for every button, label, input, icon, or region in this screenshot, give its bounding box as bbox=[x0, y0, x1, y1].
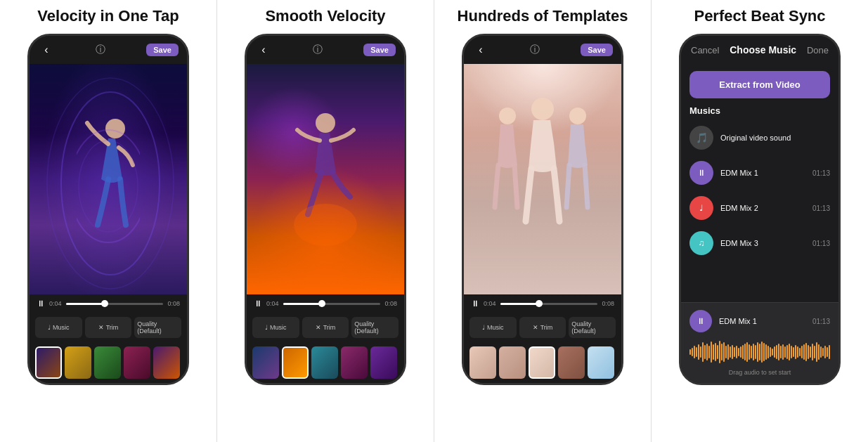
thumb-3-4[interactable] bbox=[558, 346, 585, 379]
music-tool-1[interactable]: ♩ Music bbox=[35, 317, 82, 338]
choose-music-title: Choose Music bbox=[730, 44, 796, 56]
section-smooth-velocity: Smooth Velocity ‹ ⓘ Save bbox=[217, 0, 434, 442]
back-button-2[interactable]: ‹ bbox=[255, 41, 272, 58]
thumb-3-1[interactable] bbox=[469, 346, 496, 379]
music-name-edm3: EDM Mix 3 bbox=[720, 239, 805, 247]
trim-tool-1[interactable]: ✕ Trim bbox=[85, 317, 132, 338]
music-item-edm1[interactable]: ⏸ EDM Mix 1 01:13 bbox=[681, 155, 838, 190]
section-title-2: Smooth Velocity bbox=[265, 4, 385, 28]
trim-tool-2[interactable]: ✕ Trim bbox=[302, 317, 349, 338]
thumb-3-5[interactable] bbox=[588, 346, 614, 379]
drag-label: Drag audio to set start bbox=[689, 369, 830, 376]
phone-header-1: ‹ ⓘ Save bbox=[30, 36, 187, 64]
waveform-bar bbox=[692, 348, 693, 356]
section-perfect-beat-sync: Perfect Beat Sync Cancel Choose Music Do… bbox=[652, 0, 868, 442]
save-button-3[interactable]: Save bbox=[581, 44, 613, 56]
music-header: Cancel Choose Music Done bbox=[681, 36, 838, 64]
bottom-tools-3: ♩ Music ✕ Trim Quality (Default) bbox=[464, 313, 621, 342]
footer-avatar: ⏸ bbox=[689, 310, 712, 332]
dancer-svg-1 bbox=[77, 102, 140, 256]
music-name-original: Original video sound bbox=[720, 134, 830, 142]
phone-frame-1: ‹ ⓘ Save bbox=[27, 34, 189, 385]
waveform-bar bbox=[755, 345, 756, 359]
info-button-1[interactable]: ⓘ bbox=[92, 41, 109, 58]
music-item-original[interactable]: 🎵 Original video sound bbox=[681, 120, 838, 155]
done-button[interactable]: Done bbox=[807, 45, 829, 56]
section-title-1: Velocity in One Tap bbox=[37, 4, 179, 28]
thumbnail-strip-2 bbox=[247, 342, 404, 383]
music-item-edm2[interactable]: ♩ EDM Mix 2 01:13 bbox=[681, 190, 838, 226]
back-button-1[interactable]: ‹ bbox=[38, 41, 55, 58]
thumb-1-1[interactable] bbox=[35, 346, 62, 379]
thumb-2-3[interactable] bbox=[311, 346, 338, 379]
waveform-bar bbox=[770, 347, 771, 357]
fashion-svg-3 bbox=[486, 81, 599, 278]
waveform-bar bbox=[713, 344, 714, 360]
progress-thumb-1 bbox=[101, 300, 108, 307]
play-pause-3[interactable]: ⏸ bbox=[471, 299, 479, 308]
quality-label-2: Quality (Default) bbox=[354, 320, 396, 334]
thumb-3-2[interactable] bbox=[499, 346, 526, 379]
time-start-1: 0:04 bbox=[49, 300, 62, 307]
footer-avatar-icon: ⏸ bbox=[697, 316, 705, 326]
quality-label-3: Quality (Default) bbox=[571, 320, 613, 334]
timeline-bar-3: ⏸ 0:04 0:08 bbox=[464, 294, 621, 313]
thumb-2-4[interactable] bbox=[341, 346, 368, 379]
thumb-2-2[interactable] bbox=[282, 346, 309, 379]
music-name-edm2: EDM Mix 2 bbox=[720, 204, 805, 212]
thumb-2-1[interactable] bbox=[252, 346, 279, 379]
thumb-1-4[interactable] bbox=[124, 346, 150, 379]
quality-tool-1[interactable]: Quality (Default) bbox=[134, 317, 181, 338]
progress-track-2[interactable] bbox=[283, 303, 381, 305]
play-pause-2[interactable]: ⏸ bbox=[254, 299, 262, 308]
back-button-3[interactable]: ‹ bbox=[472, 41, 489, 58]
waveform-bar bbox=[814, 346, 815, 358]
quality-tool-3[interactable]: Quality (Default) bbox=[569, 317, 616, 338]
waveform-bar bbox=[793, 347, 794, 357]
waveform-bar bbox=[738, 348, 739, 356]
waveform-bar bbox=[795, 345, 796, 359]
trim-icon-1: ✕ bbox=[98, 324, 104, 331]
thumb-1-5[interactable] bbox=[153, 346, 180, 379]
extract-from-video-button[interactable]: Extract from Video bbox=[689, 71, 830, 98]
info-button-3[interactable]: ⓘ bbox=[526, 41, 543, 58]
video-area-1 bbox=[30, 64, 187, 294]
footer-track-name: EDM Mix 1 bbox=[719, 317, 805, 325]
progress-thumb-2 bbox=[318, 300, 325, 307]
trim-label-2: Trim bbox=[323, 324, 336, 331]
cancel-button[interactable]: Cancel bbox=[691, 45, 719, 56]
waveform-bar bbox=[827, 347, 828, 357]
waveform-bar bbox=[801, 346, 803, 358]
waveform-bar bbox=[753, 344, 754, 360]
music-tool-3[interactable]: ♩ Music bbox=[469, 317, 517, 338]
waveform-bar bbox=[789, 344, 790, 360]
waveform-bar bbox=[715, 343, 716, 361]
thumb-1-3[interactable] bbox=[94, 346, 121, 379]
thumb-3-3[interactable] bbox=[529, 346, 555, 379]
music-item-edm3[interactable]: ♫ EDM Mix 3 01:13 bbox=[681, 226, 838, 261]
waveform-bar bbox=[797, 346, 798, 358]
save-button-2[interactable]: Save bbox=[363, 44, 396, 56]
progress-track-3[interactable] bbox=[500, 303, 598, 305]
waveform[interactable] bbox=[689, 338, 830, 366]
waveform-bar bbox=[776, 345, 777, 359]
trim-tool-3[interactable]: ✕ Trim bbox=[519, 317, 566, 338]
svg-point-1 bbox=[77, 130, 140, 242]
save-button-1[interactable]: Save bbox=[146, 44, 179, 56]
quality-tool-2[interactable]: Quality (Default) bbox=[351, 317, 399, 338]
svg-point-4 bbox=[294, 204, 357, 246]
play-pause-1[interactable]: ⏸ bbox=[37, 299, 45, 308]
musics-label: Musics bbox=[681, 105, 838, 120]
svg-point-5 bbox=[499, 108, 516, 124]
quality-label-1: Quality (Default) bbox=[137, 320, 179, 334]
progress-track-1[interactable] bbox=[66, 303, 164, 305]
music-tool-2[interactable]: ♩ Music bbox=[252, 317, 299, 338]
thumb-2-5[interactable] bbox=[370, 346, 397, 379]
time-end-1: 0:08 bbox=[167, 300, 180, 307]
waveform-bar bbox=[784, 346, 786, 358]
music-name-edm1: EDM Mix 1 bbox=[720, 169, 805, 177]
thumb-1-2[interactable] bbox=[65, 346, 91, 379]
info-button-2[interactable]: ⓘ bbox=[309, 41, 326, 58]
thumbnail-strip-1 bbox=[30, 342, 187, 383]
waveform-bar bbox=[818, 344, 820, 360]
